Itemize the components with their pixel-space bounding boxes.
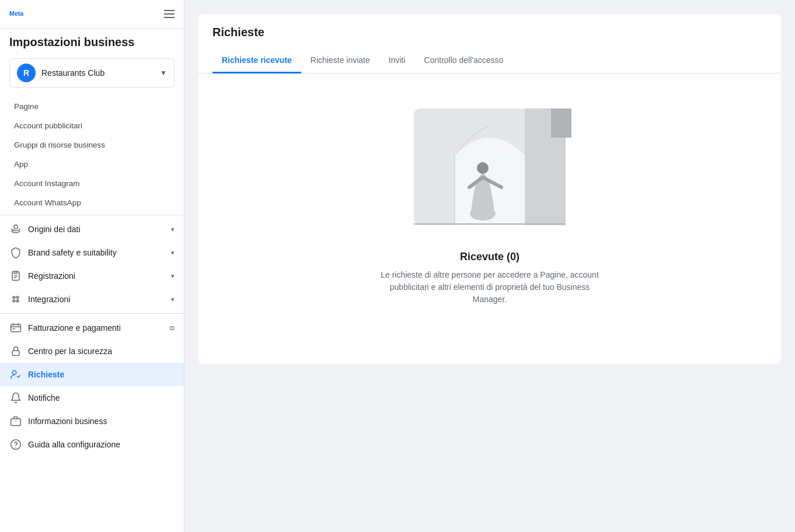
billing-icon — [9, 321, 22, 334]
sidebar-item-notifiche[interactable]: Notifiche — [0, 386, 184, 410]
sidebar: Meta Impostazioni business R Restaurants… — [0, 0, 184, 532]
question-icon — [9, 438, 22, 451]
page-title: Richieste — [198, 14, 781, 48]
data-icon — [9, 223, 22, 236]
svg-point-17 — [12, 370, 16, 374]
empty-illustration — [379, 97, 601, 237]
tab-controllo-accesso[interactable]: Controllo dell'accesso — [415, 48, 513, 74]
divider-1 — [0, 215, 184, 215]
tabs-bar: Richieste ricevute Richieste inviate Inv… — [198, 48, 781, 74]
sidebar-item-registrazioni[interactable]: Registrazioni ▾ — [0, 264, 184, 288]
content-card: Richieste Richieste ricevute Richieste i… — [198, 14, 781, 364]
sidebar-item-gruppi-risorse[interactable]: Gruppi di risorse business — [0, 135, 184, 155]
tab-inviti[interactable]: Inviti — [379, 48, 415, 74]
content-area: Richieste Richieste ricevute Richieste i… — [184, 0, 795, 532]
svg-point-1 — [14, 225, 18, 229]
svg-point-27 — [477, 162, 489, 174]
sidebar-item-account-pubblicitari[interactable]: Account pubblicitari — [0, 116, 184, 135]
svg-rect-25 — [551, 108, 571, 138]
sidebar-item-pagine[interactable]: Pagine — [0, 97, 184, 116]
empty-description: Le richieste di altre persone per accede… — [373, 269, 606, 306]
svg-point-20 — [11, 440, 21, 450]
avatar: R — [17, 64, 36, 82]
chevron-icon-int: ▾ — [171, 296, 175, 303]
sidebar-item-guida[interactable]: Guida alla configurazione — [0, 433, 184, 456]
external-link-icon: ⧉ — [170, 324, 175, 332]
puzzle-icon — [9, 293, 22, 306]
account-name: Restaurants Club — [41, 68, 154, 78]
divider-2 — [0, 313, 184, 314]
sidebar-item-account-instagram[interactable]: Account Instagram — [0, 174, 184, 193]
main-content: Richieste Richieste ricevute Richieste i… — [184, 0, 795, 532]
sidebar-item-app[interactable]: App — [0, 155, 184, 174]
sidebar-header: Meta — [0, 0, 184, 29]
sidebar-item-brand-safety[interactable]: Brand safety e suitability ▾ — [0, 241, 184, 264]
svg-text:Meta: Meta — [9, 10, 23, 17]
sidebar-nav: Pagine Account pubblicitari Gruppi di ri… — [0, 92, 184, 532]
sidebar-item-origini-dati[interactable]: Origini dei dati ▾ — [0, 218, 184, 241]
briefcase-icon — [9, 415, 22, 428]
tab-richieste-inviate[interactable]: Richieste inviate — [301, 48, 379, 74]
chevron-icon-brand: ▾ — [171, 249, 175, 257]
sidebar-item-richieste[interactable]: Richieste — [0, 363, 184, 386]
meta-wordmark: Meta — [9, 9, 33, 19]
account-selector[interactable]: R Restaurants Club ▼ — [9, 58, 175, 88]
sidebar-item-informazioni-business[interactable]: Informazioni business — [0, 410, 184, 433]
chevron-icon: ▾ — [171, 226, 175, 233]
meta-logo: Meta — [9, 9, 33, 19]
tab-richieste-ricevute[interactable]: Richieste ricevute — [212, 48, 301, 74]
svg-rect-13 — [11, 324, 21, 332]
empty-state: Ricevute (0) Le richieste di altre perso… — [198, 74, 781, 329]
sidebar-item-integrazioni[interactable]: Integrazioni ▾ — [0, 288, 184, 311]
clipboard-icon — [9, 270, 22, 282]
svg-rect-23 — [525, 155, 566, 225]
sidebar-item-sicurezza[interactable]: Centro per la sicurezza — [0, 340, 184, 363]
lock-icon — [9, 345, 22, 358]
chevron-down-icon: ▼ — [160, 69, 167, 77]
bell-icon — [9, 391, 22, 404]
sidebar-item-fatturazione[interactable]: Fatturazione e pagamenti ⧉ — [0, 316, 184, 340]
chevron-icon-reg: ▾ — [171, 272, 175, 280]
empty-title: Ricevute (0) — [460, 251, 519, 263]
hamburger-icon[interactable] — [164, 10, 175, 18]
svg-rect-16 — [12, 351, 19, 355]
svg-rect-18 — [11, 419, 21, 426]
sidebar-item-account-whatsapp[interactable]: Account WhatsApp — [0, 193, 184, 212]
person-check-icon — [9, 368, 22, 381]
shield-icon — [9, 246, 22, 259]
sidebar-title: Impostazioni business — [0, 29, 184, 54]
